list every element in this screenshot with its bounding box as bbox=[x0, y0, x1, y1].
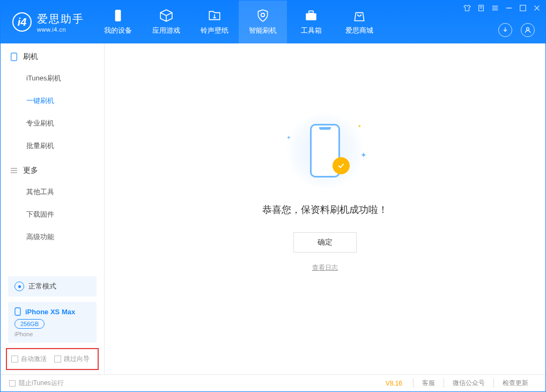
tab-flash[interactable]: 智能刷机 bbox=[239, 1, 287, 43]
download-button[interactable] bbox=[498, 23, 512, 37]
menu-icon[interactable] bbox=[491, 4, 499, 12]
device-icon bbox=[111, 9, 125, 23]
sidebar: 刷机 iTunes刷机 一键刷机 专业刷机 批量刷机 更多 其他工具 下载固件 … bbox=[1, 43, 105, 374]
logo-text: 爱思助手 www.i4.cn bbox=[37, 12, 84, 33]
sidebar-item-other-tools[interactable]: 其他工具 bbox=[1, 181, 104, 203]
tab-store[interactable]: 爱思商城 bbox=[335, 1, 383, 43]
ok-button[interactable]: 确定 bbox=[293, 232, 357, 253]
maximize-button[interactable] bbox=[519, 4, 527, 12]
version-label: V8.16 bbox=[386, 380, 402, 387]
device-name: iPhone XS Max bbox=[14, 307, 90, 316]
success-message: 恭喜您，保资料刷机成功啦！ bbox=[262, 203, 388, 216]
sidebar-section-more: 更多 bbox=[1, 157, 104, 181]
shirt-icon[interactable] bbox=[463, 4, 471, 12]
tab-label: 智能刷机 bbox=[249, 26, 277, 35]
cube-icon bbox=[159, 9, 173, 23]
tab-label: 爱思商城 bbox=[345, 26, 373, 35]
footer-right: V8.16 客服 微信公众号 检查更新 bbox=[386, 379, 537, 388]
check-icon bbox=[333, 157, 350, 174]
svg-point-4 bbox=[527, 27, 529, 30]
sidebar-item-advanced[interactable]: 高级功能 bbox=[1, 226, 104, 248]
tab-label: 铃声壁纸 bbox=[201, 26, 228, 35]
svg-rect-12 bbox=[520, 5, 526, 11]
app-body: 刷机 iTunes刷机 一键刷机 专业刷机 批量刷机 更多 其他工具 下载固件 … bbox=[1, 43, 545, 374]
footer: 阻止iTunes运行 V8.16 客服 微信公众号 检查更新 bbox=[1, 374, 545, 391]
note-icon[interactable] bbox=[477, 4, 485, 12]
view-log-link[interactable]: 查看日志 bbox=[312, 263, 338, 272]
music-folder-icon bbox=[208, 9, 222, 23]
shield-icon bbox=[256, 9, 270, 23]
svg-point-1 bbox=[261, 13, 265, 17]
menu-icon bbox=[10, 166, 18, 175]
sidebar-section-flash: 刷机 bbox=[1, 43, 104, 67]
checkbox-icon bbox=[9, 380, 16, 387]
device-type: iPhone bbox=[14, 331, 90, 337]
mode-indicator[interactable]: 正常模式 bbox=[8, 276, 97, 297]
svg-rect-19 bbox=[15, 308, 20, 315]
tab-my-device[interactable]: 我的设备 bbox=[94, 1, 142, 43]
tab-ringtones[interactable]: 铃声壁纸 bbox=[190, 1, 239, 43]
options-highlight: 自动激活 跳过向导 bbox=[6, 348, 99, 370]
footer-link-wechat[interactable]: 微信公众号 bbox=[444, 379, 493, 388]
sidebar-bottom: 正常模式 iPhone XS Max 256GB iPhone 自动激活 跳过向… bbox=[1, 271, 104, 374]
tab-label: 应用游戏 bbox=[152, 26, 180, 35]
device-info[interactable]: iPhone XS Max 256GB iPhone bbox=[8, 302, 97, 343]
footer-link-support[interactable]: 客服 bbox=[413, 379, 444, 388]
tab-label: 我的设备 bbox=[104, 26, 132, 35]
minimize-button[interactable] bbox=[505, 4, 513, 12]
app-url: www.i4.cn bbox=[37, 26, 84, 33]
sidebar-item-batch-flash[interactable]: 批量刷机 bbox=[1, 135, 104, 157]
checkbox-label: 自动激活 bbox=[21, 354, 47, 364]
svg-rect-0 bbox=[115, 10, 121, 21]
checkbox-skip-guide[interactable]: 跳过向导 bbox=[54, 354, 90, 364]
tab-apps[interactable]: 应用游戏 bbox=[142, 1, 190, 43]
logo-icon: i4 bbox=[12, 12, 32, 32]
app-title: 爱思助手 bbox=[37, 12, 84, 26]
header-actions bbox=[498, 23, 535, 37]
svg-rect-3 bbox=[309, 11, 314, 13]
footer-link-update[interactable]: 检查更新 bbox=[493, 379, 537, 388]
store-icon bbox=[352, 9, 366, 23]
device-storage-badge: 256GB bbox=[14, 319, 45, 329]
logo[interactable]: i4 爱思助手 www.i4.cn bbox=[1, 1, 94, 43]
tab-toolbox[interactable]: 工具箱 bbox=[287, 1, 335, 43]
tab-label: 工具箱 bbox=[301, 26, 322, 35]
mode-icon bbox=[14, 282, 24, 291]
sidebar-item-pro-flash[interactable]: 专业刷机 bbox=[1, 112, 104, 135]
svg-rect-15 bbox=[11, 53, 17, 61]
main-tabs: 我的设备 应用游戏 铃声壁纸 智能刷机 工具箱 爱思商城 bbox=[94, 1, 383, 43]
svg-rect-2 bbox=[306, 13, 316, 20]
window-controls bbox=[463, 4, 541, 12]
phone-icon bbox=[10, 53, 18, 61]
success-illustration: ✦ ✦ ✦ bbox=[282, 113, 368, 188]
close-button[interactable] bbox=[533, 4, 541, 12]
app-header: i4 爱思助手 www.i4.cn 我的设备 应用游戏 铃声壁纸 智能刷机 工具… bbox=[1, 1, 545, 43]
checkbox-block-itunes[interactable]: 阻止iTunes运行 bbox=[9, 379, 64, 388]
phone-icon bbox=[14, 307, 21, 316]
checkbox-icon bbox=[54, 356, 61, 363]
sidebar-item-download-firmware[interactable]: 下载固件 bbox=[1, 203, 104, 226]
checkbox-label: 跳过向导 bbox=[64, 354, 90, 364]
sidebar-item-itunes-flash[interactable]: iTunes刷机 bbox=[1, 67, 104, 90]
main-content: ✦ ✦ ✦ 恭喜您，保资料刷机成功啦！ 确定 查看日志 bbox=[105, 43, 545, 374]
checkbox-icon bbox=[11, 356, 18, 363]
sidebar-item-oneclick-flash[interactable]: 一键刷机 bbox=[1, 90, 104, 112]
checkbox-label: 阻止iTunes运行 bbox=[19, 379, 64, 388]
user-button[interactable] bbox=[521, 23, 535, 37]
checkbox-auto-activate[interactable]: 自动激活 bbox=[11, 354, 47, 364]
toolbox-icon bbox=[304, 9, 318, 23]
mode-label: 正常模式 bbox=[28, 282, 56, 291]
